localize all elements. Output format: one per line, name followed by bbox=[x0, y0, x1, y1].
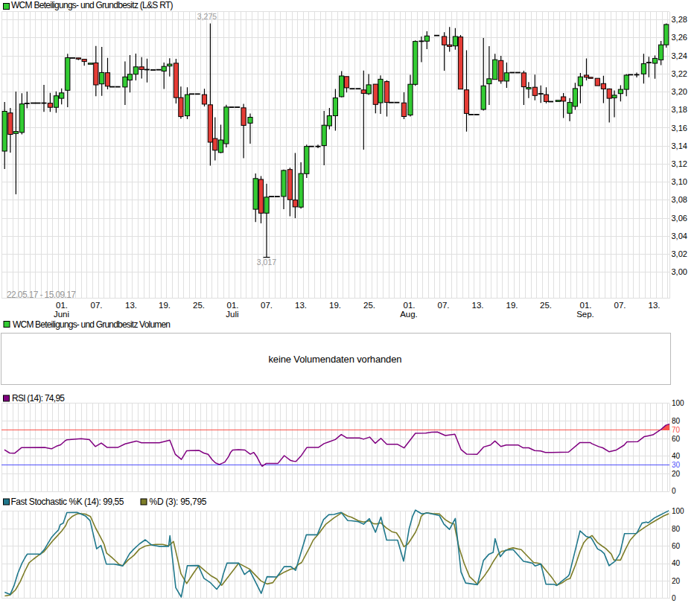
svg-text:19.: 19. bbox=[159, 301, 171, 310]
svg-text:3,12: 3,12 bbox=[672, 159, 687, 168]
svg-text:0: 0 bbox=[672, 594, 676, 602]
svg-text:3,08: 3,08 bbox=[672, 195, 687, 204]
svg-text:13.: 13. bbox=[472, 301, 484, 310]
svg-text:22.05.17 - 15.09.17: 22.05.17 - 15.09.17 bbox=[7, 290, 76, 300]
svg-text:80: 80 bbox=[672, 525, 681, 533]
svg-text:01.: 01. bbox=[580, 301, 592, 310]
svg-text:3,16: 3,16 bbox=[672, 124, 687, 133]
svg-text:07.: 07. bbox=[614, 301, 626, 310]
svg-text:25.: 25. bbox=[540, 301, 552, 310]
svg-text:3,28: 3,28 bbox=[672, 15, 687, 24]
svg-text:3,017: 3,017 bbox=[257, 258, 276, 267]
svg-text:Sep.: Sep. bbox=[576, 310, 594, 319]
svg-text:01.: 01. bbox=[56, 301, 68, 310]
svg-text:Fast Stochastic %K (14): 99,55: Fast Stochastic %K (14): 99,55 bbox=[11, 497, 124, 507]
svg-text:WCM Beteiligungs- und Grundbes: WCM Beteiligungs- und Grundbesitz Volume… bbox=[13, 319, 171, 330]
svg-text:3,00: 3,00 bbox=[672, 267, 687, 276]
svg-text:3,18: 3,18 bbox=[672, 105, 687, 114]
svg-text:20: 20 bbox=[672, 577, 681, 585]
svg-text:3,10: 3,10 bbox=[672, 177, 687, 186]
svg-text:3,14: 3,14 bbox=[672, 141, 687, 150]
svg-text:WCM Beteiligungs- und Grundbes: WCM Beteiligungs- und Grundbesitz (L&S R… bbox=[11, 0, 174, 10]
svg-text:13.: 13. bbox=[295, 301, 307, 310]
svg-text:60: 60 bbox=[672, 435, 681, 443]
svg-text:25.: 25. bbox=[193, 301, 205, 310]
svg-text:30: 30 bbox=[672, 461, 681, 469]
svg-text:70: 70 bbox=[672, 426, 681, 434]
svg-text:3,24: 3,24 bbox=[672, 51, 687, 60]
svg-text:3,02: 3,02 bbox=[672, 249, 687, 258]
svg-text:keine Volumendaten vorhanden: keine Volumendaten vorhanden bbox=[269, 354, 402, 365]
svg-text:0: 0 bbox=[672, 487, 676, 495]
svg-text:Juni: Juni bbox=[54, 310, 69, 319]
svg-text:40: 40 bbox=[672, 559, 681, 567]
svg-text:07.: 07. bbox=[438, 301, 450, 310]
svg-text:40: 40 bbox=[672, 452, 681, 460]
svg-text:100: 100 bbox=[672, 399, 684, 407]
svg-text:100: 100 bbox=[672, 507, 684, 515]
svg-text:01.: 01. bbox=[227, 301, 239, 310]
svg-text:Aug.: Aug. bbox=[400, 310, 418, 319]
svg-text:80: 80 bbox=[672, 417, 681, 425]
svg-text:Juli: Juli bbox=[226, 310, 238, 319]
svg-text:20: 20 bbox=[672, 470, 681, 478]
svg-text:07.: 07. bbox=[261, 301, 273, 310]
svg-text:3,22: 3,22 bbox=[672, 69, 687, 78]
svg-text:%D (3): 95,795: %D (3): 95,795 bbox=[150, 497, 207, 507]
svg-text:19.: 19. bbox=[506, 301, 518, 310]
svg-text:19.: 19. bbox=[329, 301, 341, 310]
svg-text:3,20: 3,20 bbox=[672, 87, 687, 96]
svg-text:01.: 01. bbox=[404, 301, 416, 310]
svg-text:07.: 07. bbox=[91, 301, 103, 310]
svg-text:3,26: 3,26 bbox=[672, 33, 687, 42]
svg-text:13.: 13. bbox=[649, 301, 661, 310]
svg-text:60: 60 bbox=[672, 542, 681, 550]
svg-text:25.: 25. bbox=[363, 301, 375, 310]
svg-text:13.: 13. bbox=[125, 301, 137, 310]
svg-text:3,04: 3,04 bbox=[672, 232, 687, 240]
svg-text:3,06: 3,06 bbox=[672, 214, 687, 223]
svg-text:3,275: 3,275 bbox=[197, 12, 217, 21]
svg-text:RSI (14): 74,95: RSI (14): 74,95 bbox=[12, 393, 65, 404]
